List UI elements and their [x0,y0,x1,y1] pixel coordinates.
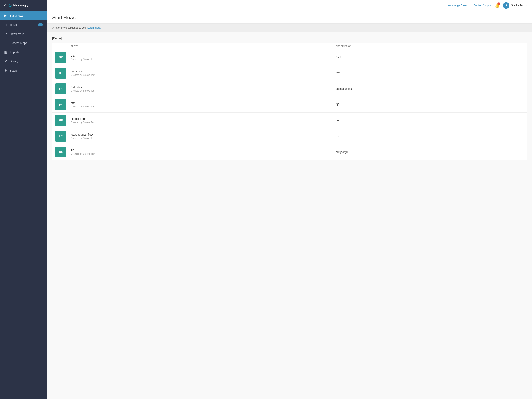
sidebar-item-library[interactable]: ❋Library [0,57,47,66]
sidebar-item-setup[interactable]: ⚙Setup [0,66,47,75]
flow-info-cell: B&PCreated by Smoke Test [68,50,333,65]
flow-icon-cell: DT [52,65,68,81]
sidebar: ▶Start Flows⊞To Do41↗Flows I'm In☰Proces… [0,11,47,399]
contact-support-link[interactable]: Contact Support [473,4,492,7]
flow-description: test [333,129,526,144]
subtitle-text: A list of flows published to you. [52,26,87,29]
sidebar-label-reports: Reports [10,51,43,54]
flow-creator: Created by Smoke Test [71,58,330,61]
flow-description: test [333,113,526,129]
flow-creator: Created by Smoke Test [71,105,330,108]
table-row[interactable]: BPB&PCreated by Smoke TestB&P [52,50,526,65]
notification-badge: 1 [497,2,500,6]
flow-info-cell: ffffffCreated by Smoke Test [68,97,333,113]
user-menu[interactable]: S Smoke Test ▼ [503,2,528,9]
notification-button[interactable]: 🔔 1 [495,3,500,8]
sidebar-badge-to-do: 41 [38,23,43,26]
content-area: Start Flows A list of flows published to… [47,11,532,399]
sidebar-icon-process-maps: ☰ [4,41,7,45]
user-name: Smoke Test [511,4,524,7]
flow-icon-box: HF [55,115,66,126]
learn-more-link[interactable]: Learn more. [88,26,101,29]
col-description-header: DESCRIPTION [333,43,526,50]
sidebar-label-library: Library [10,60,43,63]
content-subheader: A list of flows published to you. Learn … [47,24,532,32]
flow-icon-box: DT [55,68,66,78]
flow-icon-cell: BP [52,50,68,65]
avatar: S [503,2,509,9]
logo-text: Flowingly [13,4,28,7]
flow-description: test [333,65,526,81]
page-title: Start Flows [52,15,526,20]
flow-name: R6 [71,149,330,152]
topbar-right: Knowledge Base | Contact Support 🔔 1 S S… [448,2,528,9]
topbar-logo-area: ✕ ω Flowingly [0,0,47,11]
flow-name: B&P [71,54,330,57]
sidebar-label-process-maps: Process Maps [10,41,43,45]
main-layout: ▶Start Flows⊞To Do41↗Flows I'm In☰Proces… [0,11,532,399]
sidebar-item-reports[interactable]: ▦Reports [0,48,47,57]
table-row[interactable]: FFffffffCreated by Smoke Testffffff [52,97,526,113]
flow-creator: Created by Smoke Test [71,90,330,92]
content-body: [Demo] FLOW DESCRIPTION BPB&PCreated by … [47,32,532,165]
flow-info-cell: Harper FormCreated by Smoke Test [68,113,333,129]
sidebar-item-process-maps[interactable]: ☰Process Maps [0,38,47,48]
sidebar-label-to-do: To Do [10,23,36,26]
flow-icon-box: R6 [55,147,66,157]
flow-description: B&P [333,50,526,65]
flow-description: asdsadasdsa [333,81,526,97]
flows-table: FLOW DESCRIPTION BPB&PCreated by Smoke T… [52,43,526,160]
sidebar-item-start-flows[interactable]: ▶Start Flows [0,11,47,20]
sidebar-label-start-flows: Start Flows [10,14,43,17]
flow-name: Harper Form [71,117,330,120]
topbar: ✕ ω Flowingly Knowledge Base | Contact S… [0,0,532,11]
flow-name: fadasdas [71,86,330,89]
flow-name: ffffff [71,102,330,105]
flow-name: leave request flow [71,133,330,136]
flow-info-cell: delete testCreated by Smoke Test [68,65,333,81]
sidebar-icon-setup: ⚙ [4,69,7,72]
flow-name: delete test [71,70,330,73]
flow-creator: Created by Smoke Test [71,137,330,140]
table-row[interactable]: LRleave request flowCreated by Smoke Tes… [52,129,526,144]
sidebar-label-flows-im-in: Flows I'm In [10,32,43,35]
sidebar-icon-reports: ▦ [4,50,7,54]
close-button[interactable]: ✕ [3,4,6,7]
sidebar-item-flows-im-in[interactable]: ↗Flows I'm In [0,29,47,38]
logo-icon: ω [8,3,12,8]
flow-icon-cell: LR [52,129,68,144]
flow-description: sdfgsdfgd [333,144,526,160]
chevron-down-icon: ▼ [526,4,528,7]
flow-description: ffffff [333,97,526,113]
logo: ω Flowingly [8,3,29,8]
flow-icon-cell: FF [52,97,68,113]
section-title: [Demo] [52,37,526,40]
table-row[interactable]: DTdelete testCreated by Smoke Testtest [52,65,526,81]
flow-icon-box: LR [55,131,66,142]
flow-creator: Created by Smoke Test [71,74,330,76]
col-icon-header [52,43,68,50]
table-row[interactable]: R6R6Created by Smoke Testsdfgsdfgd [52,144,526,160]
table-row[interactable]: HFHarper FormCreated by Smoke Testtest [52,113,526,129]
sidebar-icon-to-do: ⊞ [4,23,7,26]
flow-icon-cell: R6 [52,144,68,160]
flow-icon-cell: FA [52,81,68,97]
sidebar-icon-start-flows: ▶ [4,14,7,17]
topbar-divider: | [470,4,470,7]
flow-icon-box: BP [55,52,66,63]
content-header: Start Flows [47,11,532,24]
flow-info-cell: fadasdasCreated by Smoke Test [68,81,333,97]
table-header-row: FLOW DESCRIPTION [52,43,526,50]
table-row[interactable]: FAfadasdasCreated by Smoke Testasdsadasd… [52,81,526,97]
sidebar-label-setup: Setup [10,69,43,72]
flow-creator: Created by Smoke Test [71,153,330,155]
sidebar-item-to-do[interactable]: ⊞To Do41 [0,20,47,29]
col-flow-header: FLOW [68,43,333,50]
flow-icon-box: FF [55,99,66,110]
flow-creator: Created by Smoke Test [71,121,330,124]
flow-icon-box: FA [55,83,66,94]
sidebar-icon-library: ❋ [4,59,7,63]
sidebar-icon-flows-im-in: ↗ [4,32,7,36]
flow-icon-cell: HF [52,113,68,129]
knowledge-base-link[interactable]: Knowledge Base [448,4,467,7]
